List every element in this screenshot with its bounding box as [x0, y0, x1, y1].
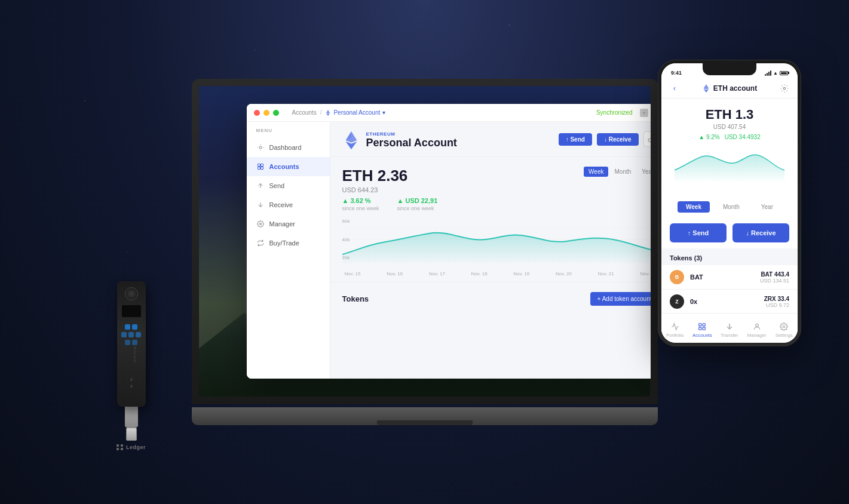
svg-marker-19 — [703, 84, 709, 90]
transfer-nav-icon — [725, 322, 734, 331]
manager-nav-icon — [752, 322, 762, 331]
stat-pct: ▲ 3.62 % since one week — [342, 197, 379, 211]
chart-tab-week[interactable]: Week — [584, 167, 608, 177]
svg-point-28 — [755, 324, 758, 327]
balance-info: ETH 2.36 USD 644.23 ▲ 3.62 % — [342, 167, 438, 211]
balance-eth: ETH 2.36 — [342, 167, 438, 185]
phone-nav-accounts[interactable]: Accounts — [689, 318, 716, 338]
chart-tab-month[interactable]: Month — [609, 167, 636, 177]
laptop: Accounts / Personal Account ▾ — [180, 79, 670, 425]
phone-change-usd: USD 34.4932 — [725, 134, 761, 140]
svg-rect-5 — [258, 164, 260, 167]
main-content: ETHEREUM Personal Account ↑ Send ↓ Recei… — [330, 104, 651, 379]
maximize-button[interactable] — [273, 110, 279, 116]
phone-tab-month[interactable]: Month — [715, 201, 748, 213]
accounts-icon — [256, 162, 265, 171]
hw-body: Bitcoin ∧ ∨ — [117, 281, 146, 407]
x-axis-labels: Nov. 15 Nov. 16 Nov. 17 Nov. 18 Nov. 19 … — [342, 269, 651, 276]
account-title-area: ETHEREUM Personal Account — [342, 131, 457, 149]
phone-chart — [670, 140, 789, 188]
phone-receive-button[interactable]: ↓ Receive — [732, 223, 789, 242]
ledger-brand: Ledger — [117, 444, 146, 450]
stat-pct-label: since one week — [342, 205, 379, 211]
sidebar-item-buytrade[interactable]: Buy/Trade — [247, 233, 330, 253]
phone-settings-icon[interactable] — [780, 84, 789, 93]
sidebar-item-receive[interactable]: Receive — [247, 195, 330, 214]
buytrade-icon — [256, 239, 265, 247]
minimize-button[interactable] — [263, 110, 269, 116]
breadcrumb-parent[interactable]: Accounts — [292, 109, 317, 116]
add-token-button[interactable]: + Add token account — [590, 292, 651, 306]
svg-point-2 — [643, 112, 645, 113]
settings-icon[interactable] — [640, 109, 648, 117]
sync-status: Synchronized — [596, 109, 633, 116]
account-name: Personal Account — [366, 137, 457, 149]
phone-tab-year[interactable]: Year — [753, 201, 781, 213]
phone-nav-settings[interactable]: Settings — [770, 318, 798, 338]
phone-screen: 9:41 ▲ — [661, 63, 798, 343]
laptop-screen-outer: Accounts / Personal Account ▾ — [192, 79, 658, 404]
close-button[interactable] — [254, 110, 260, 116]
breadcrumb-separator: / — [320, 109, 322, 116]
svg-rect-24 — [699, 327, 701, 330]
stat-usd: ▲ USD 22,91 since one week — [397, 197, 438, 211]
eth-diamond-logo — [342, 131, 360, 149]
svg-point-21 — [783, 87, 786, 90]
chart-tab-year[interactable]: Year — [637, 167, 650, 177]
phone-nav-transfer[interactable]: Transfer — [716, 318, 743, 338]
account-title-text: ETHEREUM Personal Account — [366, 131, 457, 149]
hw-key — [128, 332, 134, 337]
svg-marker-20 — [703, 89, 709, 93]
signal-bars — [765, 70, 771, 76]
sidebar-item-dashboard[interactable]: Dashboard — [247, 138, 330, 157]
hw-power-button[interactable] — [125, 287, 138, 300]
hw-key-row-2 — [121, 332, 142, 337]
phone-title: ETH account — [702, 84, 757, 93]
phone-token-0x: Z 0x ZRX 33.4 USD 9.72 — [661, 290, 798, 314]
transfer-nav-label: Transfer — [721, 333, 738, 338]
phone-change: ▲ 9.2% USD 34.4932 — [670, 134, 789, 140]
stat-usd-value: ▲ USD 22,91 — [397, 197, 438, 204]
hw-key-row-1 — [121, 324, 142, 330]
svg-marker-15 — [345, 142, 351, 149]
account-header: ETHEREUM Personal Account ↑ Send ↓ Recei… — [330, 122, 651, 157]
phone-nav-portfolio[interactable]: Portfolio — [661, 318, 689, 338]
titlebar-right: Synchronized — [596, 109, 651, 117]
phone-tab-week[interactable]: Week — [678, 201, 710, 213]
titlebar: Accounts / Personal Account ▾ — [247, 104, 651, 122]
receive-button[interactable]: ↓ Receive — [597, 133, 639, 146]
sidebar-item-send[interactable]: Send — [247, 176, 330, 195]
hw-keys-area — [121, 324, 142, 345]
sidebar-item-accounts[interactable]: Accounts — [247, 157, 330, 176]
app-window: Accounts / Personal Account ▾ — [247, 104, 651, 379]
phone-send-button[interactable]: ↑ Send — [670, 223, 727, 242]
hw-key — [132, 324, 137, 330]
phone-change-pct: ▲ 9.2% — [698, 134, 719, 140]
zrx-token-name: 0x — [690, 298, 697, 305]
chart-section: ETH 2.36 USD 644.23 ▲ 3.62 % — [330, 157, 651, 282]
stat-usd-label: since one week — [397, 205, 438, 211]
key-button[interactable] — [643, 131, 651, 147]
phone-nav-manager[interactable]: Manager — [743, 318, 771, 338]
sidebar-item-manager[interactable]: Manager — [247, 214, 330, 233]
svg-rect-22 — [699, 324, 701, 326]
dashboard-icon — [256, 143, 265, 152]
send-button[interactable]: ↑ Send — [559, 133, 592, 146]
hw-usb-connector — [125, 407, 138, 428]
stat-pct-value: ▲ 3.62 % — [342, 197, 379, 204]
balance-usd: USD 644.23 — [342, 186, 438, 193]
wifi-icon: ▲ — [773, 70, 778, 76]
portfolio-nav-icon — [670, 322, 680, 331]
tokens-title: Tokens — [342, 294, 369, 303]
zrx-amount: ZRX 33.4 — [764, 296, 789, 302]
zrx-token-balance: ZRX 33.4 USD 9.72 — [764, 296, 789, 308]
phone-token-bat: B BAT BAT 443.4 USD 134.51 — [661, 265, 798, 290]
svg-marker-1 — [326, 113, 330, 115]
breadcrumb-current: Personal Account ▾ — [325, 109, 385, 116]
ledger-logo-dots — [117, 444, 124, 450]
back-button[interactable]: ‹ — [670, 84, 679, 93]
hw-screen — [122, 305, 141, 317]
eth-icon-small — [325, 110, 331, 116]
battery-icon — [780, 71, 788, 75]
sidebar-item-buytrade-label: Buy/Trade — [269, 239, 299, 247]
